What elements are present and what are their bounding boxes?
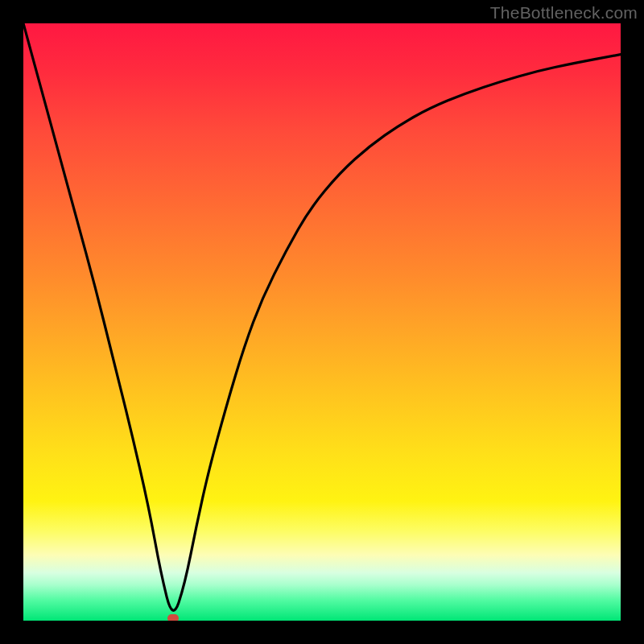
plot-area	[23, 23, 621, 621]
curve-path	[23, 23, 621, 610]
watermark-text: TheBottleneck.com	[490, 3, 638, 23]
bottleneck-curve	[23, 23, 621, 621]
minimum-marker	[167, 614, 179, 621]
